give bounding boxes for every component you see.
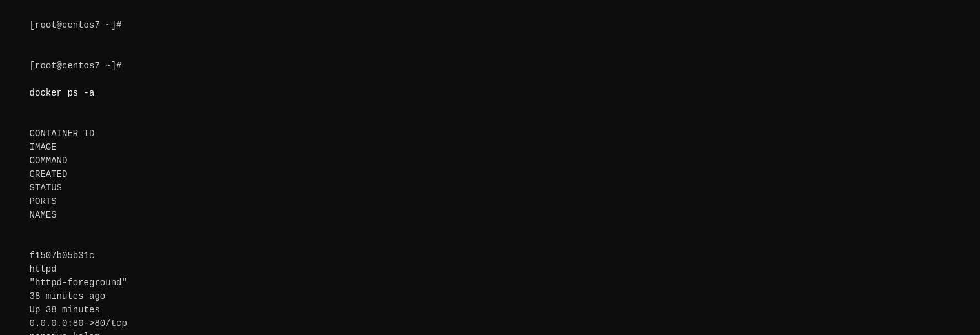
cell-container-id: f1507b05b31c — [30, 249, 130, 263]
header-names: NAMES — [30, 208, 57, 222]
header-container-id: CONTAINER ID — [30, 127, 130, 141]
prev-prompt-line: [root@centos7 ~]# — [8, 5, 972, 46]
table-header: CONTAINER ID IMAGE COMMAND CREATED STATU… — [8, 114, 972, 236]
cell-command: "httpd-foreground" — [30, 276, 172, 290]
header-command: COMMAND — [30, 154, 172, 168]
cmd-ps: docker ps -a — [30, 88, 95, 98]
table-row: f1507b05b31c httpd "httpd-foreground" 38… — [8, 236, 972, 335]
cell-status: Up 38 minutes — [30, 303, 175, 317]
header-created: CREATED — [30, 168, 149, 181]
terminal-window: [root@centos7 ~]# [root@centos7 ~]# dock… — [8, 5, 972, 335]
cell-names: pensive_kalam — [30, 330, 100, 335]
cell-ports: 0.0.0.0:80->80/tcp — [30, 317, 168, 330]
docker-ps-line: [root@centos7 ~]# docker ps -a — [8, 46, 972, 114]
cell-created: 38 minutes ago — [30, 290, 149, 303]
prev-prompt: [root@centos7 ~]# — [30, 20, 122, 30]
header-image: IMAGE — [30, 141, 156, 154]
cmd-ps-text — [30, 74, 35, 85]
header-status: STATUS — [30, 181, 175, 195]
header-ports: PORTS — [30, 195, 168, 208]
prompt-ps: [root@centos7 ~]# — [30, 61, 122, 71]
cell-image: httpd — [30, 263, 156, 276]
